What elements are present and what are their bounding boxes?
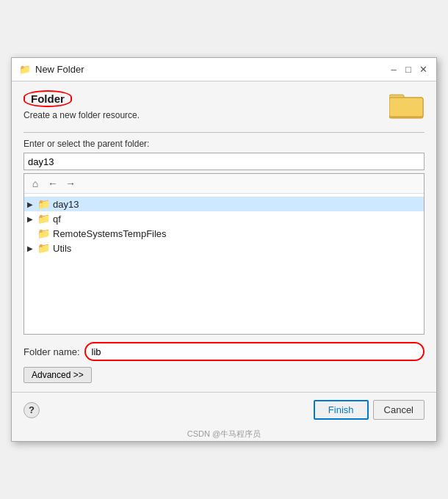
svg-rect-2 — [389, 98, 423, 117]
help-button[interactable]: ? — [24, 402, 40, 418]
parent-folder-label: Enter or select the parent folder: — [24, 139, 424, 149]
maximize-button[interactable]: □ — [402, 64, 414, 76]
advanced-button[interactable]: Advanced >> — [24, 367, 92, 383]
tree-toolbar: ⌂ ← → — [24, 174, 424, 194]
cancel-button[interactable]: Cancel — [373, 400, 424, 420]
dialog-title-text: New Folder — [35, 64, 84, 75]
folder-name-label: Folder name: — [24, 346, 80, 357]
folder-icon-utils: 📁 — [37, 242, 50, 254]
tree-arrow-day13: ▶ — [27, 200, 37, 208]
title-bar-left: 📁 New Folder — [19, 64, 84, 76]
tree-item[interactable]: ▶ 📁 day13 — [24, 197, 424, 211]
dialog-content: Folder Create a new folder resource. Ent… — [12, 81, 436, 392]
dialog-title-icon: 📁 — [19, 64, 31, 76]
watermark: CSDN @牛马程序员 — [12, 427, 436, 441]
bottom-bar: ? Finish Cancel — [12, 392, 436, 427]
tree-item[interactable]: ▶ 📁 RemoteSystemsTempFiles — [24, 226, 424, 241]
tree-label-utils: Utils — [53, 243, 71, 254]
new-folder-dialog: 📁 New Folder – □ ✕ Folder Create a new f… — [11, 57, 437, 442]
parent-folder-input[interactable] — [24, 153, 424, 170]
tree-item[interactable]: ▶ 📁 qf — [24, 211, 424, 226]
folder-name-row: Folder name: — [24, 342, 424, 361]
tree-item[interactable]: ▶ 📁 Utils — [24, 241, 424, 255]
tree-label-remote: RemoteSystemsTempFiles — [53, 228, 167, 239]
tree-back-button[interactable]: ← — [45, 175, 61, 192]
folder-icon-remote: 📁 — [37, 227, 50, 239]
folder-icon-qf: 📁 — [37, 213, 50, 225]
minimize-button[interactable]: – — [388, 64, 400, 76]
header-left: Folder Create a new folder resource. — [24, 90, 140, 120]
title-bar: 📁 New Folder – □ ✕ — [12, 58, 436, 81]
close-button[interactable]: ✕ — [417, 64, 429, 76]
tree-items: ▶ 📁 day13 ▶ 📁 qf ▶ 📁 RemoteSystemsTempFi… — [24, 194, 424, 258]
header-subtitle: Create a new folder resource. — [24, 110, 140, 120]
tree-label-day13: day13 — [53, 199, 79, 210]
header-section: Folder Create a new folder resource. — [24, 90, 424, 122]
tree-arrow-qf: ▶ — [27, 215, 37, 223]
tree-area: ⌂ ← → ▶ 📁 day13 ▶ 📁 qf ▶ — [24, 173, 424, 335]
folder-icon-large — [389, 90, 424, 122]
title-controls: – □ ✕ — [388, 64, 429, 76]
folder-name-input[interactable] — [84, 342, 424, 361]
header-title: Folder — [24, 90, 72, 107]
tree-home-button[interactable]: ⌂ — [27, 175, 43, 192]
tree-label-qf: qf — [53, 214, 61, 225]
folder-icon-day13: 📁 — [37, 198, 50, 210]
tree-arrow-remote: ▶ — [27, 230, 37, 238]
tree-arrow-utils: ▶ — [27, 244, 37, 252]
tree-forward-button[interactable]: → — [62, 175, 79, 192]
action-buttons: Finish Cancel — [314, 400, 424, 420]
finish-button[interactable]: Finish — [314, 400, 369, 420]
header-divider — [24, 132, 424, 133]
